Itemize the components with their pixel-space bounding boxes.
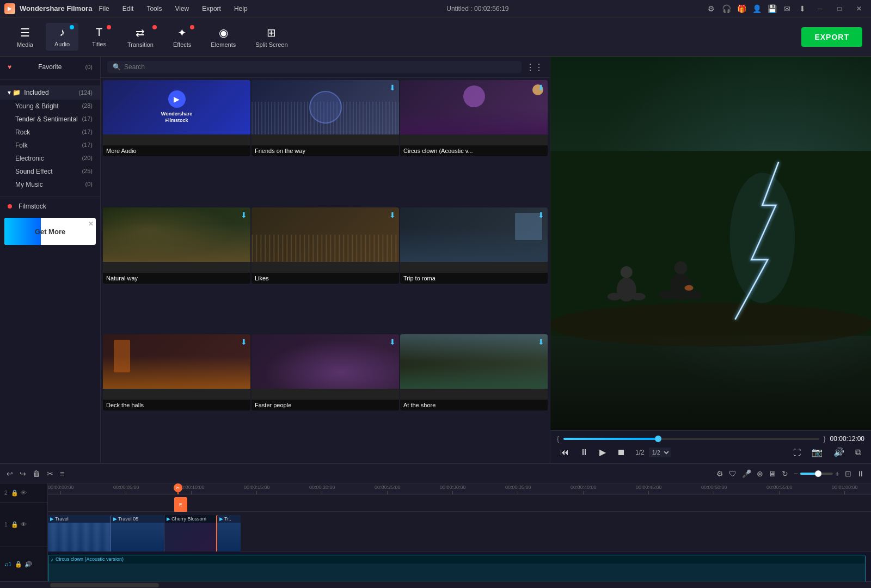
- sidebar-item-filmstock[interactable]: Filmstock: [0, 199, 100, 213]
- audio-card-shore[interactable]: ⬇ At the shore: [400, 334, 548, 411]
- snapshot-button[interactable]: 📷: [808, 446, 826, 458]
- audio-1-speaker[interactable]: 🔊: [24, 561, 32, 568]
- filmstock-card[interactable]: ▶ WondershareFilmstock More Audio: [103, 80, 250, 156]
- audio-clip-circus[interactable]: ♪ Circus clown (Acoustic version): [48, 555, 866, 581]
- sidebar-item-electronic[interactable]: Electronic (20): [0, 152, 100, 165]
- headphone-icon[interactable]: 🎧: [721, 3, 732, 14]
- close-button[interactable]: ✕: [851, 1, 867, 16]
- download-icon-circus[interactable]: ⬇: [538, 83, 544, 92]
- zoom-in-icon[interactable]: +: [835, 469, 839, 478]
- page-select[interactable]: 1/2 2/2: [649, 448, 671, 457]
- play-button[interactable]: ▶: [596, 446, 609, 458]
- download-icon-likes[interactable]: ⬇: [389, 211, 396, 219]
- menu-tools[interactable]: Tools: [144, 4, 164, 14]
- sidebar-item-young-bright[interactable]: Young & Bright (28): [0, 100, 100, 113]
- download-icon-shore[interactable]: ⬇: [538, 338, 544, 346]
- clip-marker-e[interactable]: E: [174, 497, 187, 512]
- audio-card-trip[interactable]: ⬇ Trip to roma: [400, 207, 548, 284]
- sidebar-item-my-music[interactable]: My Music (0): [0, 178, 100, 191]
- sidebar-item-included[interactable]: ▾ 📁 Included (124): [0, 85, 100, 100]
- menu-file[interactable]: File: [96, 4, 111, 14]
- zoom-out-icon[interactable]: −: [794, 469, 798, 478]
- audio-card-deck[interactable]: ⬇ Deck the halls: [103, 334, 250, 411]
- track-2-lock[interactable]: 🔒: [11, 489, 19, 497]
- get-more-banner[interactable]: Get More ✕: [4, 218, 96, 245]
- titles-button[interactable]: T Titles: [83, 23, 115, 51]
- effects-button[interactable]: ✦ Effects: [165, 23, 199, 51]
- sidebar-item-sound-effect[interactable]: Sound Effect (25): [0, 165, 100, 178]
- audio-card-natural[interactable]: ⬇ Natural way: [103, 207, 250, 284]
- redo-button[interactable]: ↪: [20, 469, 26, 478]
- elements-button[interactable]: ◉ Elements: [203, 23, 243, 51]
- progress-thumb[interactable]: [655, 436, 661, 442]
- menu-help[interactable]: Help: [232, 4, 250, 14]
- audio-card-friends[interactable]: ⬇ Friends on the way: [252, 80, 399, 156]
- menu-view[interactable]: View: [173, 4, 191, 14]
- maximize-button[interactable]: □: [832, 1, 847, 16]
- title-bar: ▶ Wondershare Filmora File Edit Tools Vi…: [0, 0, 871, 17]
- adjust-button[interactable]: ≡: [60, 469, 64, 478]
- download-icon[interactable]: ⬇: [797, 3, 808, 14]
- split-screen-button[interactable]: ⊞ Split Screen: [248, 23, 295, 51]
- timeline-right-tools: ⚙ 🛡 🎤 ⊛ 🖥 ↻ − + ⊡ ⏸: [716, 469, 864, 478]
- export-button[interactable]: EXPORT: [801, 27, 862, 47]
- download-icon-faster[interactable]: ⬇: [389, 338, 396, 346]
- download-icon-friends[interactable]: ⬇: [389, 83, 396, 92]
- clip-travel-05[interactable]: ▶ Travel 05: [111, 515, 164, 554]
- download-icon-trip[interactable]: ⬇: [538, 211, 544, 219]
- skip-back-button[interactable]: ⏮: [557, 446, 572, 458]
- delete-button[interactable]: 🗑: [33, 469, 40, 478]
- gift-icon[interactable]: 🎁: [736, 3, 747, 14]
- menu-edit[interactable]: Edit: [120, 4, 136, 14]
- clip-cherry-blossom[interactable]: ▶ Cherry Blossom: [164, 515, 216, 554]
- sidebar-item-rock[interactable]: Rock (17): [0, 126, 100, 139]
- download-icon-natural[interactable]: ⬇: [241, 211, 247, 219]
- audio-button[interactable]: ♪ Audio: [46, 23, 78, 51]
- loop-icon[interactable]: ↻: [782, 469, 788, 478]
- transition-button[interactable]: ⇄ Transition: [120, 23, 161, 51]
- track-2-eye[interactable]: 👁: [21, 489, 27, 497]
- fit-icon[interactable]: ⊡: [845, 469, 851, 478]
- zoom-slider[interactable]: [800, 473, 833, 475]
- filmstock-left: Filmstock: [8, 203, 46, 210]
- layers-icon[interactable]: ⊛: [757, 469, 763, 478]
- sidebar-item-favorite[interactable]: ♥ Favorite (0): [0, 60, 100, 74]
- download-icon-deck[interactable]: ⬇: [241, 338, 247, 346]
- audio-card-faster[interactable]: ⬇ Faster people: [252, 334, 399, 411]
- grid-options-icon[interactable]: ⋮⋮: [526, 62, 543, 72]
- settings-icon[interactable]: ⚙: [706, 3, 716, 14]
- zoom-thumb[interactable]: [815, 470, 821, 477]
- menu-export[interactable]: Export: [200, 4, 223, 14]
- horizontal-scrollbar[interactable]: [0, 581, 871, 588]
- search-input[interactable]: [124, 63, 516, 71]
- shield-icon[interactable]: 🛡: [729, 469, 737, 478]
- mail-icon[interactable]: ✉: [782, 3, 793, 14]
- sidebar-item-tender[interactable]: Tender & Sentimental (17): [0, 113, 100, 126]
- track-1-eye[interactable]: 👁: [21, 521, 27, 528]
- fullscreen-button[interactable]: ⛶: [790, 447, 804, 458]
- monitor-icon[interactable]: 🖥: [769, 469, 776, 478]
- undo-button[interactable]: ↩: [7, 469, 13, 478]
- settings-gear-icon[interactable]: ⚙: [716, 469, 723, 478]
- sidebar-item-folk[interactable]: Folk (17): [0, 139, 100, 152]
- audio-card-likes[interactable]: ⬇ Likes: [252, 207, 399, 284]
- clip-travel-1[interactable]: ▶ Travel: [48, 515, 111, 554]
- scroll-thumb[interactable]: [50, 583, 159, 587]
- banner-close-icon[interactable]: ✕: [88, 220, 94, 228]
- media-button[interactable]: ☰ Media: [9, 23, 41, 51]
- track-1-lock[interactable]: 🔒: [11, 521, 19, 528]
- pip-button[interactable]: ⧉: [852, 446, 864, 458]
- audio-card-circus[interactable]: ⬇ Circus clown (Acoustic v...: [400, 80, 548, 156]
- cut-button[interactable]: ✂: [47, 469, 53, 478]
- step-back-button[interactable]: ⏸: [576, 446, 592, 458]
- minimize-button[interactable]: ─: [812, 1, 827, 16]
- clip-travel-last[interactable]: ▶ Tr..: [216, 515, 241, 554]
- stop-button[interactable]: ⏹: [614, 446, 629, 458]
- save-icon[interactable]: 💾: [766, 3, 777, 14]
- progress-bar[interactable]: [563, 438, 819, 440]
- mic-icon[interactable]: 🎤: [742, 469, 751, 478]
- pause-icon[interactable]: ⏸: [857, 469, 864, 478]
- volume-button[interactable]: 🔊: [830, 446, 848, 458]
- audio-1-lock[interactable]: 🔒: [15, 561, 22, 568]
- user-icon[interactable]: 👤: [751, 3, 762, 14]
